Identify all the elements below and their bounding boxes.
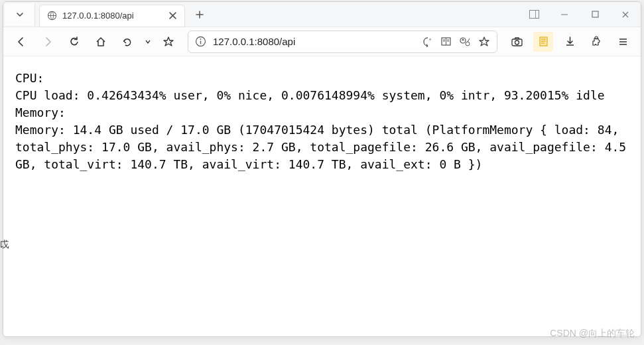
watermark-text: CSDN @向上的车轮 [550, 328, 635, 340]
screenshot-button[interactable] [507, 32, 527, 52]
undo-dropdown[interactable] [144, 32, 152, 52]
cpu-header: CPU: [15, 71, 44, 85]
url-input[interactable] [213, 36, 415, 47]
page-content: CPU: CPU load: 0.42643434% user, 0% nice… [3, 56, 641, 336]
notes-button[interactable] [533, 32, 553, 52]
browser-tab[interactable]: 127.0.0.1:8080/api [39, 5, 185, 27]
svg-rect-1 [529, 11, 539, 19]
info-icon[interactable] [195, 36, 206, 47]
svg-point-6 [200, 38, 202, 40]
sidebar-toggle-button[interactable] [519, 2, 549, 27]
memory-header: Memory: [15, 105, 66, 119]
svg-line-17 [468, 38, 470, 42]
minimize-button[interactable] [549, 2, 580, 27]
maximize-button[interactable] [580, 2, 610, 27]
svg-text:ᵃ: ᵃ [429, 37, 431, 43]
close-window-button[interactable] [610, 2, 641, 27]
navigation-toolbar: ᵃ [3, 27, 641, 56]
tabs-dropdown-button[interactable] [5, 3, 35, 26]
forward-button[interactable] [38, 32, 58, 52]
svg-point-25 [595, 36, 598, 39]
download-button[interactable] [560, 32, 580, 52]
back-button[interactable] [11, 32, 31, 52]
reader-mode-icon[interactable] [440, 36, 452, 47]
tab-title: 127.0.0.1:8080/api [62, 11, 162, 21]
new-tab-button[interactable] [189, 4, 210, 25]
extensions-button[interactable] [586, 32, 606, 52]
background-fragment: 戉 [0, 239, 9, 251]
svg-rect-4 [592, 11, 598, 17]
translate-icon[interactable]: ᵃ [422, 36, 434, 47]
bookmark-button[interactable] [159, 32, 178, 52]
svg-point-19 [515, 40, 519, 44]
title-bar: 127.0.0.1:8080/api [3, 2, 641, 27]
window-controls [519, 2, 641, 27]
url-actions: ᵃ [422, 36, 490, 48]
reload-button[interactable] [64, 32, 84, 52]
home-button[interactable] [91, 32, 111, 52]
memory-line: Memory: 14.4 GB used / 17.0 GB (17047015… [15, 123, 633, 171]
browser-window: 127.0.0.1:8080/api [3, 1, 641, 337]
undo-button[interactable] [117, 32, 137, 52]
url-bar[interactable]: ᵃ [188, 31, 497, 53]
globe-icon [46, 11, 57, 21]
extensions-badge-icon[interactable] [458, 36, 472, 47]
tab-close-button[interactable] [167, 11, 178, 21]
menu-button[interactable] [613, 32, 633, 52]
cpu-line: CPU load: 0.42643434% user, 0% nice, 0.0… [15, 88, 605, 102]
favorite-star-icon[interactable] [478, 36, 490, 48]
svg-point-16 [466, 42, 470, 46]
